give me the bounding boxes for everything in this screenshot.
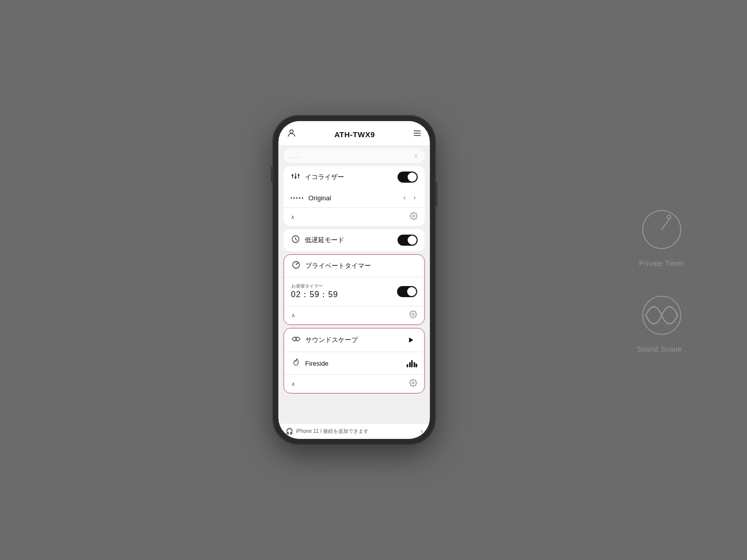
sound-scape-icon (291, 334, 301, 346)
private-timer-card: プライベートタイマー お昼寝タイマー 02：59：59 ∧ (284, 254, 425, 325)
fireside-label: Fireside (305, 360, 403, 367)
nap-timer-row: お昼寝タイマー 02：59：59 (284, 277, 424, 306)
headphones-icon: 🎧 (286, 428, 293, 435)
private-timer-label: プライベートタイマー (305, 261, 417, 270)
svg-point-18 (667, 215, 671, 218)
private-timer-header-row: プライベートタイマー (284, 255, 424, 277)
bottom-bar-arrow[interactable]: › (421, 428, 423, 435)
sound-scape-card: サウンドスケープ Fireside (284, 328, 425, 394)
user-icon[interactable] (287, 128, 297, 140)
original-dots: ••••• (291, 195, 305, 201)
private-timer-svg (639, 207, 684, 252)
partial-label: ...... (291, 153, 300, 159)
svg-point-5 (292, 175, 294, 177)
menu-icon[interactable] (413, 129, 422, 140)
nap-label: お昼寝タイマー (291, 283, 393, 290)
timer-collapse-icon[interactable]: ∧ (291, 312, 295, 319)
phone-screen: ATH-TWX9 ...... ∨ (279, 121, 430, 439)
sound-scape-settings-icon[interactable] (409, 379, 417, 389)
svg-point-7 (295, 176, 297, 178)
fireside-icon (291, 358, 301, 369)
low-latency-label: 低遅延モード (305, 236, 394, 245)
settings-icon[interactable] (410, 212, 418, 222)
sound-scape-feature: Sound Scape . (637, 293, 686, 353)
svg-point-10 (413, 215, 415, 217)
original-label: Original (308, 194, 397, 202)
play-button[interactable] (405, 334, 417, 346)
sound-scape-feature-label: Sound Scape . (637, 345, 686, 353)
private-timer-feature-label: Private Timer (639, 259, 684, 267)
partial-arrow[interactable]: ∨ (414, 152, 418, 159)
prev-arrow[interactable]: ‹ (402, 193, 408, 202)
sound-scape-svg (639, 293, 684, 338)
app-title: ATH-TWX9 (334, 130, 375, 139)
collapse-icon[interactable]: ∧ (291, 214, 295, 220)
private-timer-icon (291, 260, 301, 271)
svg-marker-15 (409, 338, 413, 343)
low-latency-row: 低遅延モード (284, 229, 425, 251)
sound-scape-label: サウンドスケープ (305, 335, 401, 345)
svg-point-16 (412, 382, 414, 384)
equalizer-card: イコライザー ••••• Original ‹ › ∧ (284, 166, 425, 226)
private-timer-feature: Private Timer (639, 207, 684, 267)
equalizer-row: イコライザー (284, 166, 425, 188)
screen-content: ...... ∨ (279, 145, 430, 424)
partial-card: ...... ∨ (284, 148, 425, 163)
private-timer-footer: ∧ (284, 306, 424, 324)
equalizer-label: イコライザー (305, 173, 394, 182)
equalizer-footer: ∧ (284, 207, 425, 226)
timer-time: 02：59：59 (291, 290, 338, 299)
nap-timer-toggle[interactable] (397, 286, 417, 297)
phone-outer: ATH-TWX9 ...... ∨ (274, 116, 435, 444)
equalizer-icon (291, 172, 301, 183)
low-latency-toggle[interactable] (398, 235, 418, 246)
volume-icon (407, 359, 417, 367)
low-latency-card: 低遅延モード (284, 229, 425, 251)
svg-line-19 (662, 219, 669, 230)
fireside-row: Fireside (284, 352, 424, 374)
bottom-bar[interactable]: 🎧 iPhone 11 / 接続を追加できます › (279, 424, 430, 439)
timer-settings-icon[interactable] (409, 310, 417, 320)
low-latency-icon (291, 235, 301, 246)
svg-point-14 (412, 313, 414, 315)
next-arrow[interactable]: › (412, 193, 418, 202)
sound-scape-collapse-icon[interactable]: ∧ (291, 381, 295, 387)
bottom-bar-text: iPhone 11 / 接続を追加できます (296, 428, 418, 435)
sound-scape-footer: ∧ (284, 374, 424, 393)
phone-mockup: ATH-TWX9 ...... ∨ (274, 116, 435, 444)
svg-point-0 (290, 130, 293, 133)
sound-scape-header-row: サウンドスケープ (284, 328, 424, 352)
svg-point-9 (298, 174, 300, 176)
equalizer-toggle[interactable] (398, 172, 418, 183)
right-panel: Private Timer Sound Scape . (637, 207, 686, 353)
app-header: ATH-TWX9 (279, 121, 430, 145)
original-row: ••••• Original ‹ › (284, 188, 425, 207)
